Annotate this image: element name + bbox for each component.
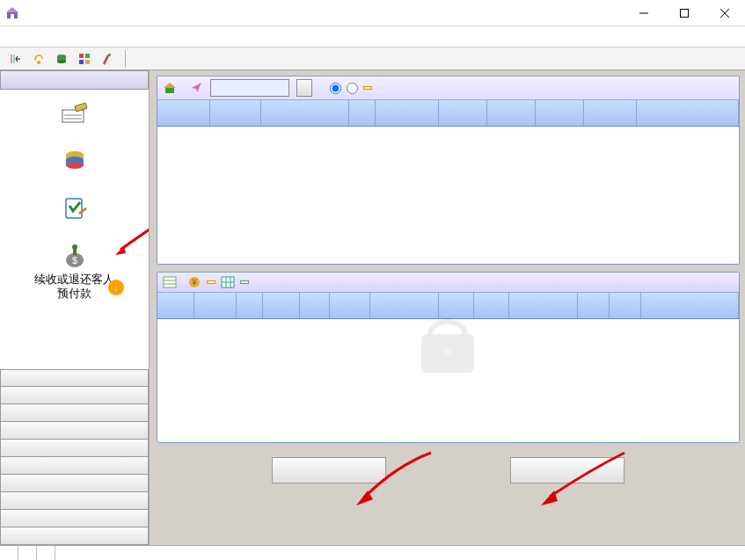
col-secret[interactable]	[349, 100, 376, 126]
col-online-prepay[interactable]	[536, 100, 584, 126]
tool-btn-1[interactable]	[7, 50, 25, 68]
mgmt-member[interactable]	[0, 475, 149, 492]
maximize-button[interactable]	[664, 0, 705, 26]
col2-refund[interactable]	[330, 293, 370, 318]
panel-checkout-rooms: ¥	[157, 272, 740, 443]
col2-room[interactable]	[194, 293, 237, 318]
svg-rect-15	[85, 54, 90, 58]
down-badge-icon: ↓	[108, 280, 124, 295]
mgmt-account[interactable]	[0, 527, 149, 545]
sidebar-header	[0, 70, 149, 90]
panel2-grid-header	[157, 293, 739, 319]
red-arrow-annotation-2	[343, 448, 449, 519]
col-bill-owner[interactable]	[157, 100, 210, 126]
checkout-icon	[57, 195, 92, 222]
mgmt-stored[interactable]	[0, 492, 149, 510]
sidebar: $ 续收或退还客人预付款 ↓	[0, 70, 150, 545]
locate-input[interactable]	[210, 79, 289, 97]
col2-discount[interactable]	[474, 293, 509, 318]
titlebar	[0, 0, 745, 26]
svg-marker-35	[192, 83, 201, 92]
app-icon	[5, 6, 19, 20]
svg-marker-33	[164, 83, 176, 88]
mgmt-booking[interactable]	[0, 369, 149, 387]
svg-rect-4	[681, 9, 689, 17]
panel2-grid-body[interactable]	[157, 319, 739, 442]
col-balance-roomfee[interactable]	[637, 100, 739, 126]
col-cur-price[interactable]	[439, 100, 487, 126]
sidebar-item-checkout[interactable]	[0, 190, 149, 237]
col2-name[interactable]	[157, 293, 194, 318]
sidebar-item-label: 续收或退还客人预付款	[34, 273, 114, 301]
svg-rect-36	[164, 277, 176, 287]
radio-all-occupied[interactable]	[330, 83, 343, 94]
svg-point-13	[57, 60, 66, 63]
col2-sex[interactable]	[237, 293, 263, 318]
panel-occupied-rooms	[157, 76, 740, 265]
sidebar-item-openroom[interactable]	[0, 95, 149, 142]
mgmt-report[interactable]	[0, 440, 149, 457]
tool-btn-4[interactable]	[76, 50, 93, 68]
locate-icon	[191, 82, 203, 94]
svg-rect-2	[11, 14, 14, 18]
col2-checkin[interactable]	[509, 293, 578, 318]
mgmt-info[interactable]	[0, 422, 149, 440]
col2-prepay[interactable]	[263, 293, 300, 318]
close-button[interactable]	[705, 0, 745, 26]
right-area: ¥	[150, 70, 745, 545]
prepay-icon: $	[57, 243, 92, 269]
col-cur-stay[interactable]	[487, 100, 536, 126]
mgmt-basic[interactable]	[0, 510, 149, 527]
mgmt-inventory[interactable]	[0, 457, 149, 475]
sidebar-mgmt-list	[0, 369, 149, 545]
col-checkin-time[interactable]	[376, 100, 439, 126]
status-operator	[18, 546, 37, 560]
minimize-button[interactable]	[624, 0, 664, 26]
list-icon	[163, 276, 177, 288]
tool-btn-3[interactable]	[53, 50, 70, 68]
svg-rect-18	[108, 54, 111, 56]
col2-unit[interactable]	[610, 293, 641, 318]
mgmt-receipt[interactable]	[0, 387, 149, 404]
radio-today-leave[interactable]	[347, 83, 360, 94]
view-goods-detail-btn[interactable]	[240, 280, 249, 284]
col-cur-roomfee[interactable]	[584, 100, 637, 126]
svg-text:$: $	[71, 255, 77, 265]
consume-icon	[57, 148, 92, 174]
status-hotel	[0, 546, 18, 560]
col2-qty[interactable]	[578, 293, 610, 318]
status-role	[37, 546, 55, 560]
statusbar	[0, 545, 745, 560]
svg-rect-16	[79, 60, 84, 64]
col2-total[interactable]	[641, 293, 739, 318]
svg-point-26	[66, 162, 84, 169]
col-room-no[interactable]	[210, 100, 261, 126]
menubar	[0, 26, 745, 47]
col-id-no[interactable]	[261, 100, 349, 126]
svg-rect-19	[62, 110, 84, 122]
member-price-label	[363, 86, 372, 90]
view-prepay-detail-btn[interactable]	[207, 280, 215, 284]
panel1-grid-header	[157, 100, 739, 127]
svg-rect-14	[79, 54, 84, 58]
col2-idno[interactable]	[370, 293, 439, 318]
svg-marker-1	[6, 7, 18, 12]
panel1-grid-body[interactable]	[157, 127, 739, 264]
table-icon	[221, 276, 235, 288]
sidebar-item-consume[interactable]	[0, 142, 149, 190]
svg-text:¥: ¥	[191, 278, 197, 287]
tool-btn-2[interactable]	[30, 50, 47, 68]
coin-icon: ¥	[187, 275, 201, 289]
locate-button[interactable]	[296, 79, 312, 97]
svg-rect-17	[85, 60, 90, 64]
mgmt-cash[interactable]	[0, 404, 149, 422]
openroom-icon	[57, 100, 92, 127]
svg-point-10	[37, 61, 40, 64]
red-arrow-annotation-3	[519, 448, 642, 519]
col2-price[interactable]	[439, 293, 474, 318]
toolbar	[0, 47, 745, 70]
col2-consume[interactable]	[300, 293, 330, 318]
sidebar-item-prepay[interactable]: $ 续收或退还客人预付款 ↓	[0, 237, 149, 313]
svg-point-31	[72, 244, 77, 250]
tool-btn-5[interactable]	[99, 50, 116, 68]
